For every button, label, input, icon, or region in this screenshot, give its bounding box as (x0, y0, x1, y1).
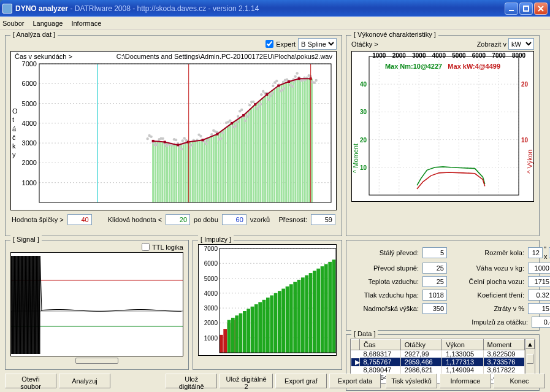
duration-label: po dobu (194, 216, 218, 223)
svg-point-143 (252, 101, 254, 103)
svg-text:5000: 5000 (452, 52, 466, 59)
impulses-chart[interactable]: 1000200030004000500060007000 (198, 244, 337, 356)
power-chart[interactable]: 1000200030004000500060007000800010203040… (351, 51, 534, 202)
open-file-button[interactable]: Otevři soubor (5, 374, 56, 388)
menu-file[interactable]: Soubor (2, 20, 24, 27)
svg-text:7000: 7000 (22, 60, 37, 67)
svg-rect-262 (274, 293, 278, 353)
analysis-chart[interactable]: Čas v sekundách > C:\Documents and Setti… (10, 51, 337, 210)
ttl-checkbox[interactable] (142, 243, 150, 251)
save-digital-2-button[interactable]: Ulož digitálně 2 (220, 374, 273, 388)
svg-text:1000: 1000 (204, 335, 218, 342)
minimize-button[interactable] (505, 2, 518, 15)
svg-point-119 (207, 139, 209, 141)
save-digital-button[interactable]: Ulož digitálně (166, 374, 217, 388)
table-row[interactable]: 8,8090472986,6211,1490943,617822 (351, 366, 525, 374)
svg-point-154 (271, 92, 273, 94)
analyze-button[interactable]: Analyzuj (59, 374, 110, 388)
frontal-area-input[interactable] (528, 276, 550, 287)
svg-rect-189 (231, 122, 233, 125)
expert-checkbox-label[interactable]: Expert (265, 40, 296, 48)
maximize-button[interactable] (519, 2, 533, 15)
svg-rect-195 (298, 77, 300, 80)
svg-rect-194 (288, 80, 290, 83)
svg-point-134 (237, 115, 239, 118)
duration-input[interactable] (222, 214, 246, 225)
svg-rect-250 (227, 320, 231, 353)
wheel-size-label: Rozměr kola: (457, 249, 524, 256)
impulses-chart-svg: 1000200030004000500060007000 (199, 245, 337, 356)
scroll-up-icon[interactable]: ▲ (525, 339, 535, 349)
svg-text:4000: 4000 (204, 290, 218, 297)
svg-text:1000: 1000 (372, 52, 386, 59)
svg-point-110 (189, 146, 191, 148)
export-graph-button[interactable]: Export graf (275, 374, 327, 388)
svg-text:5000: 5000 (22, 100, 37, 107)
wheel-rim-input[interactable] (528, 247, 543, 258)
precision-label: Přesnost: (279, 216, 307, 223)
table-row[interactable]: ▶8,7557672959,4661,1773133,733576 (351, 358, 525, 366)
signal-scroll-thumb[interactable] (75, 358, 118, 364)
svg-rect-263 (278, 291, 281, 353)
airtemp-input[interactable] (422, 276, 447, 287)
svg-rect-257 (254, 304, 258, 353)
gear-ratio-input[interactable] (422, 263, 447, 274)
svg-rect-277 (332, 259, 336, 353)
signal-chart[interactable] (10, 252, 183, 356)
col-power[interactable]: Výkon (442, 340, 483, 350)
svg-rect-273 (316, 269, 320, 353)
menu-language[interactable]: Language (32, 20, 63, 27)
expert-checkbox[interactable] (265, 40, 273, 48)
scroll-thumb[interactable] (527, 354, 533, 364)
altitude-input[interactable] (422, 303, 447, 314)
losses-input[interactable] (528, 303, 550, 314)
losses-label: Ztráty v % (457, 305, 524, 312)
svg-text:1000: 1000 (22, 179, 37, 186)
svg-rect-0 (509, 10, 514, 11)
impulses-legend: [ Impulzy ] (198, 236, 234, 243)
print-results-button[interactable]: Tisk výsledků (386, 374, 437, 388)
pulses-input[interactable] (532, 317, 550, 328)
friction-input[interactable] (528, 290, 550, 301)
analysis-chart-svg: 1000200030004000500060007000 (11, 52, 337, 209)
idle-label: Klidová hodnota < (108, 216, 162, 223)
svg-text:2000: 2000 (204, 320, 218, 326)
spline-select[interactable]: B Spline (298, 38, 337, 50)
svg-point-125 (220, 137, 222, 140)
export-data-button[interactable]: Export data (329, 374, 381, 388)
info-button[interactable]: Informace (440, 374, 491, 388)
table-row[interactable]: 8,6893172927,991,1330053,622509 (351, 350, 525, 358)
rpm-label: Otáčky > (351, 40, 378, 48)
svg-point-126 (221, 131, 224, 134)
peak-input[interactable] (67, 214, 92, 225)
unit-select[interactable]: kW (508, 38, 534, 50)
close-button[interactable] (534, 2, 548, 15)
pressure-input[interactable] (422, 290, 447, 301)
col-time[interactable]: Čas (360, 340, 401, 350)
precision-input[interactable] (311, 214, 335, 225)
impulses-group: [ Impulzy ] 1000200030004000500060007000 (193, 240, 342, 370)
parameters-group: Stálý převod: Rozměr kola: '' x / Převod… (346, 240, 540, 331)
exit-button[interactable]: Konec (494, 374, 545, 388)
svg-rect-184 (164, 141, 166, 144)
final-ratio-label: Stálý převod: (351, 249, 419, 256)
weight-input[interactable] (528, 263, 550, 274)
idle-input[interactable] (166, 214, 190, 225)
svg-rect-276 (328, 262, 332, 353)
svg-point-161 (283, 87, 285, 90)
svg-text:6000: 6000 (472, 52, 486, 59)
power-max-readout: Max Nm:10@4227 Max kW:4@4499 (352, 63, 533, 70)
svg-point-111 (191, 144, 193, 146)
svg-rect-192 (265, 93, 268, 96)
menu-info[interactable]: Informace (71, 20, 101, 27)
svg-rect-1 (524, 6, 529, 11)
weight-label: Váha vozu v kg: (457, 264, 524, 272)
frontal-area-label: Čelní plocha vozu: (457, 278, 524, 285)
svg-rect-188 (216, 133, 218, 136)
final-ratio-input[interactable] (422, 247, 447, 258)
svg-point-87 (150, 136, 152, 138)
svg-text:2000: 2000 (392, 52, 407, 59)
col-rpm[interactable]: Otáčky (400, 340, 441, 350)
col-torque[interactable]: Moment (483, 340, 524, 350)
svg-point-182 (315, 79, 317, 82)
